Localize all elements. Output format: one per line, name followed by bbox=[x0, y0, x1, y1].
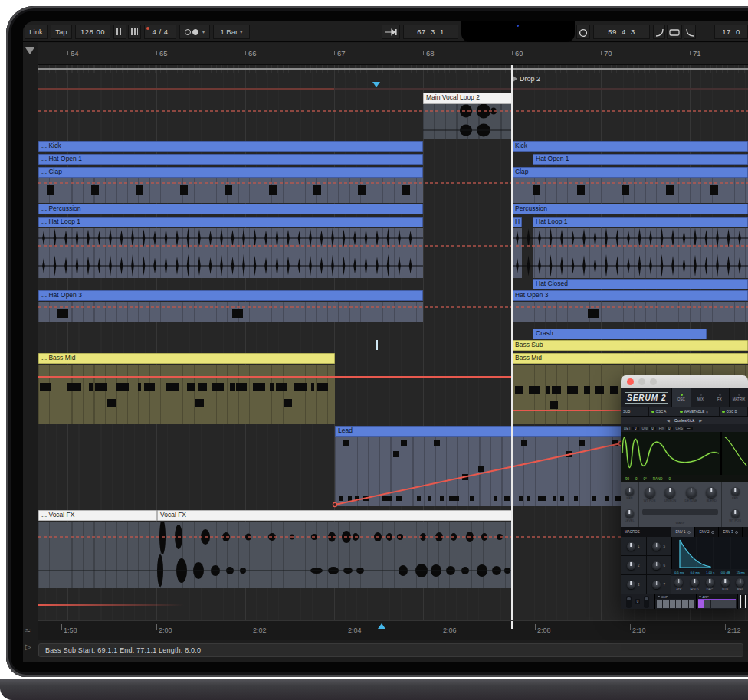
knob-rel[interactable]: REL bbox=[736, 578, 744, 591]
quantization-menu[interactable]: 1 Bar▾ bbox=[213, 25, 250, 39]
knob-wt-pos[interactable]: WT POS bbox=[729, 509, 741, 522]
arp-keyboard[interactable] bbox=[698, 600, 736, 608]
loop-length-display[interactable]: 17. 0 bbox=[714, 25, 748, 39]
key[interactable] bbox=[717, 600, 723, 608]
zoom-window-icon[interactable] bbox=[650, 378, 657, 385]
serum-tab-matrix[interactable]: MATRIX bbox=[729, 388, 748, 407]
time-signature-display[interactable]: 4 / 4 bbox=[144, 25, 176, 39]
clip-main-vocal-loop-2[interactable]: Main Vocal Loop 2 bbox=[423, 93, 512, 104]
key[interactable] bbox=[663, 600, 668, 608]
bar-ruler[interactable]: 6465666768697071 bbox=[38, 43, 748, 65]
white-key[interactable] bbox=[745, 595, 746, 608]
clip-hat-open-1[interactable]: ... Hat Open 1 bbox=[38, 154, 423, 165]
macro-knob-7[interactable]: 7 bbox=[647, 575, 672, 594]
knob-detune[interactable]: DETUNE bbox=[685, 487, 697, 502]
key[interactable] bbox=[657, 600, 662, 608]
punch-out-button[interactable] bbox=[684, 25, 696, 39]
key[interactable] bbox=[670, 600, 675, 608]
black-key[interactable] bbox=[742, 595, 743, 608]
nudge-down-button[interactable] bbox=[113, 25, 126, 39]
clip-bass-mid[interactable]: Bass Mid bbox=[512, 353, 748, 364]
chevron-right-icon[interactable]: ▶ bbox=[699, 418, 702, 423]
knob-atk[interactable]: ATK bbox=[674, 578, 683, 591]
param-fin[interactable]: FIN0 bbox=[659, 425, 673, 431]
clip-hat-open-3[interactable]: Hat Open 3 bbox=[512, 290, 748, 301]
serum-tab-osc[interactable]: OSC bbox=[671, 388, 691, 407]
knob-dec[interactable]: DEC bbox=[706, 578, 714, 591]
arp-section[interactable]: ARP bbox=[696, 594, 737, 609]
serum-tab-mix[interactable]: MIX bbox=[691, 388, 710, 407]
plugin-titlebar[interactable] bbox=[621, 375, 748, 388]
clip-crash[interactable]: Crash bbox=[533, 329, 707, 339]
macro-knob-2[interactable]: 2 bbox=[621, 556, 646, 574]
key-active[interactable] bbox=[698, 600, 704, 608]
knob-hold[interactable]: HOLD bbox=[690, 578, 698, 591]
warp-slider[interactable] bbox=[642, 509, 718, 515]
arrangement-position-display[interactable]: 67. 3. 1 bbox=[403, 25, 458, 39]
key[interactable] bbox=[676, 600, 681, 608]
metronome-toggle[interactable]: ▾ bbox=[179, 25, 210, 39]
locator-flag-drop-2[interactable]: Drop 2 bbox=[512, 74, 540, 84]
punch-in-button[interactable] bbox=[653, 25, 665, 39]
close-window-icon[interactable] bbox=[627, 378, 634, 385]
env-tab-env-3[interactable]: ENV 3 bbox=[719, 527, 743, 537]
macro-knob-3[interactable]: 3 bbox=[621, 575, 646, 594]
octave-box[interactable]: 0 bbox=[635, 599, 641, 604]
clip-hat-loop-1[interactable]: Hat Loop 1 bbox=[533, 217, 748, 227]
wave-icon[interactable]: ≈ bbox=[25, 625, 31, 636]
param-crs[interactable]: CRS— bbox=[676, 425, 693, 431]
clip-section[interactable]: CLIP bbox=[654, 594, 696, 609]
envelope-display[interactable] bbox=[671, 537, 748, 569]
key[interactable] bbox=[711, 600, 717, 608]
clip-keyboard[interactable] bbox=[657, 600, 694, 608]
param-det[interactable]: DET0 bbox=[624, 425, 639, 431]
knob-unison[interactable]: UNISON bbox=[664, 487, 677, 502]
nudge-up-button[interactable] bbox=[128, 25, 141, 39]
env-tab-env-1[interactable]: ENV 1 bbox=[671, 527, 695, 537]
time-ruler[interactable]: 1:582:002:022:042:062:082:102:12 bbox=[38, 620, 748, 640]
clip-clap[interactable]: ... Clap bbox=[38, 167, 423, 178]
macro-knob-6[interactable]: 6 bbox=[647, 556, 672, 574]
wavetable-name[interactable]: ◀ CurlesKick ▶ bbox=[621, 417, 748, 424]
clip-percussion[interactable]: Percussion bbox=[512, 204, 748, 214]
knob-blend[interactable]: BLEND bbox=[706, 487, 717, 502]
follow-button[interactable] bbox=[382, 25, 400, 39]
clip-h[interactable]: H bbox=[512, 217, 522, 227]
serum-osc-a-toggle[interactable]: OSC A bbox=[649, 407, 677, 416]
clip-hat-closed[interactable]: Hat Closed bbox=[533, 279, 748, 289]
clip-bass-sub[interactable]: Bass Sub bbox=[512, 340, 748, 351]
chevron-left-icon[interactable]: ◀ bbox=[667, 418, 670, 423]
clip-kick[interactable]: ... Kick bbox=[38, 141, 423, 152]
env-tab-env-2[interactable]: ENV 2 bbox=[695, 527, 719, 537]
clip-kick[interactable]: Kick bbox=[512, 141, 748, 152]
key[interactable] bbox=[682, 600, 687, 608]
knob-sus[interactable]: SUS bbox=[721, 578, 730, 591]
clip-hat-open-3[interactable]: ... Hat Open 3 bbox=[38, 290, 423, 301]
pitch-wheel[interactable] bbox=[626, 596, 632, 608]
knob-pan[interactable]: PAN bbox=[625, 487, 634, 500]
mod-wheel[interactable] bbox=[644, 596, 649, 608]
key[interactable] bbox=[689, 600, 694, 608]
knob-wt-pos[interactable]: WT POS bbox=[644, 487, 656, 502]
serum-plugin-window[interactable]: SERUM 2 OSCMIXFXMATRIX SUBOSC AWAVETABLE… bbox=[621, 375, 748, 609]
record-button[interactable] bbox=[576, 25, 590, 39]
knob-level[interactable]: LEVEL bbox=[625, 509, 634, 522]
knob-pan[interactable]: PAN bbox=[731, 487, 740, 500]
serum-tab-fx[interactable]: FX bbox=[710, 388, 729, 407]
pitch-mod-wheels[interactable]: 0 bbox=[621, 594, 654, 609]
tap-tempo-button[interactable]: Tap bbox=[51, 25, 72, 39]
white-key[interactable] bbox=[740, 595, 741, 608]
clip-hat-loop-1[interactable]: ... Hat Loop 1 bbox=[38, 217, 423, 227]
param-uni[interactable]: UNI0 bbox=[642, 425, 656, 431]
clip-percussion[interactable]: ... Percussion bbox=[38, 204, 423, 214]
key[interactable] bbox=[723, 600, 729, 608]
macro-knob-1[interactable]: 1 bbox=[621, 537, 646, 555]
clip-bass-mid[interactable]: ... Bass Mid bbox=[38, 353, 335, 364]
serum-osc-b-toggle[interactable]: OSC B bbox=[720, 407, 748, 416]
clip-vocal-fx[interactable]: ... Vocal FX bbox=[38, 510, 157, 521]
link-toggle[interactable]: Link bbox=[25, 25, 48, 39]
back-to-arrangement-button[interactable] bbox=[25, 47, 34, 54]
clip-clap[interactable]: Clap bbox=[512, 167, 748, 178]
serum-wavetable-mode[interactable]: WAVETABLE▾ bbox=[677, 407, 720, 416]
piano-keyboard[interactable] bbox=[737, 594, 748, 609]
